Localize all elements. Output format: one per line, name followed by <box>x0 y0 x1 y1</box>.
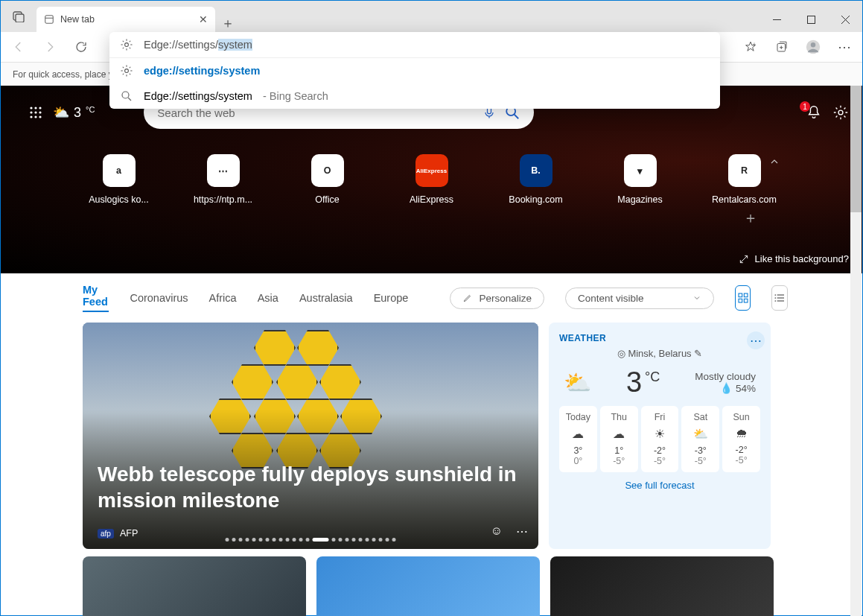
window-controls <box>759 7 862 32</box>
personalize-label: Personalize <box>479 293 532 304</box>
notifications-button[interactable]: 1 <box>806 104 822 121</box>
settings-icon[interactable] <box>832 104 849 121</box>
tile-icon: R <box>728 154 761 187</box>
quick-links: aAuslogics ko...⋯https://ntp.m...OOffice… <box>1 154 862 205</box>
story-thumb[interactable] <box>550 556 774 616</box>
grid-view-button[interactable] <box>735 285 751 311</box>
forecast-day[interactable]: Thu☁1°-5° <box>600 406 638 472</box>
svg-point-14 <box>125 43 129 47</box>
personalize-button[interactable]: Personalize <box>450 288 544 309</box>
svg-point-19 <box>34 107 36 109</box>
app-launcher-icon[interactable] <box>29 106 42 119</box>
day-icon: ☁ <box>602 427 637 441</box>
minimize-button[interactable] <box>759 7 794 32</box>
favorites-button[interactable]: + <box>736 34 765 60</box>
quick-link-tile[interactable]: aAuslogics ko... <box>87 154 151 205</box>
content-visible-label: Content visible <box>578 293 644 304</box>
feed-tab[interactable]: Europe <box>374 292 409 304</box>
quick-link-tile[interactable]: ▾Magazines <box>608 154 672 205</box>
svg-point-39 <box>775 297 777 299</box>
quick-link-tile[interactable]: AliExpressAliExpress <box>400 154 464 205</box>
like-background[interactable]: Like this background? <box>739 253 849 264</box>
forecast-day[interactable]: Fri☀-2°-5° <box>641 406 679 472</box>
tile-icon: ▾ <box>624 154 657 187</box>
suggestion-source: - Bing Search <box>263 90 328 102</box>
expand-chevron[interactable] <box>768 156 780 168</box>
feed-tab[interactable]: Coronavirus <box>130 292 188 304</box>
add-tile-button[interactable]: ＋ <box>743 208 758 228</box>
pencil-icon[interactable]: ✎ <box>694 348 702 359</box>
forecast-day[interactable]: Today☁3°0° <box>559 406 597 472</box>
day-hi: -2° <box>724 445 759 455</box>
forward-button[interactable] <box>35 34 65 60</box>
weather-card[interactable]: ⋯ WEATHER ◎ Minsk, Belarus ✎ ⛅ 3°C Mostl… <box>549 323 771 549</box>
svg-line-17 <box>128 98 131 101</box>
svg-point-30 <box>838 110 843 115</box>
svg-point-18 <box>30 107 32 109</box>
content-visibility-dropdown[interactable]: Content visible <box>565 288 714 309</box>
svg-point-40 <box>775 300 777 302</box>
tile-icon: ⋯ <box>207 154 240 187</box>
target-icon: ◎ <box>617 348 625 359</box>
maximize-button[interactable] <box>794 7 828 32</box>
quick-link-tile[interactable]: B.Booking.com <box>504 154 568 205</box>
pencil-icon <box>462 293 473 303</box>
weather-unit: °C <box>86 105 95 114</box>
forecast-days: Today☁3°0°Thu☁1°-5°Fri☀-2°-5°Sat⛅-3°-5°S… <box>559 406 760 472</box>
quick-link-tile[interactable]: ⋯https://ntp.m... <box>191 154 255 205</box>
gear-icon <box>120 64 133 77</box>
suggestion-bing-search[interactable]: Edge://settings/system - Bing Search <box>109 83 720 109</box>
feed-tab[interactable]: My Feed <box>83 284 109 312</box>
list-view-button[interactable] <box>771 285 788 311</box>
day-name: Today <box>561 412 596 422</box>
tab-close-button[interactable]: ✕ <box>199 13 208 25</box>
quick-link-tile[interactable]: RRentalcars.com <box>713 154 777 205</box>
day-lo: -5° <box>724 455 759 466</box>
weather-more-button[interactable]: ⋯ <box>747 331 765 349</box>
address-input[interactable]: Edge://settings/system <box>144 39 710 51</box>
svg-rect-1 <box>16 14 24 22</box>
headline-story[interactable]: Webb telescope fully deploys sunshield i… <box>83 323 538 549</box>
story-source: afp AFP <box>98 528 138 539</box>
profile-button[interactable] <box>798 34 828 60</box>
weather-location[interactable]: ◎ Minsk, Belarus ✎ <box>559 348 760 359</box>
reaction-button[interactable]: ☺ <box>491 524 503 539</box>
story-thumb[interactable] <box>316 556 540 616</box>
day-hi: -3° <box>683 445 718 456</box>
tile-icon: a <box>103 154 136 187</box>
full-forecast-link[interactable]: See full forecast <box>559 480 760 491</box>
collections-button[interactable] <box>767 34 797 60</box>
refresh-button[interactable] <box>66 34 96 60</box>
suggestion-settings-url[interactable]: edge://settings/system <box>109 58 720 83</box>
quick-link-tile[interactable]: OOffice <box>296 154 360 205</box>
feed-tab[interactable]: Africa <box>209 292 237 304</box>
content-row: Webb telescope fully deploys sunshield i… <box>1 317 862 549</box>
browser-tab[interactable]: New tab ✕ <box>36 7 215 32</box>
scrollbar-thumb[interactable] <box>850 86 862 212</box>
weather-badge[interactable]: ⛅ 3 °C <box>53 104 95 121</box>
story-thumb[interactable] <box>83 556 306 616</box>
address-suggestions: Edge://settings/system edge://settings/s… <box>109 32 720 109</box>
story-more-button[interactable]: ⋯ <box>516 524 528 539</box>
tab-actions-button[interactable] <box>1 1 36 32</box>
back-button[interactable] <box>4 34 34 60</box>
more-button[interactable]: ⋯ <box>829 34 859 60</box>
new-tab-button[interactable]: ＋ <box>215 14 241 32</box>
scrollbar[interactable] <box>850 86 862 616</box>
day-icon: ☁ <box>561 427 596 441</box>
svg-point-20 <box>39 107 41 109</box>
day-name: Sat <box>683 412 718 422</box>
carousel-dots[interactable] <box>226 538 396 542</box>
feed-tab[interactable]: Australasia <box>299 292 353 304</box>
forecast-day[interactable]: Sat⛅-3°-5° <box>681 406 719 472</box>
svg-point-15 <box>125 69 129 73</box>
weather-title: WEATHER <box>559 333 760 343</box>
svg-rect-31 <box>739 293 742 297</box>
close-window-button[interactable] <box>828 7 862 32</box>
tile-label: Office <box>315 194 339 205</box>
address-input-row[interactable]: Edge://settings/system <box>109 32 720 58</box>
chevron-down-icon <box>692 293 701 302</box>
feed-tab[interactable]: Asia <box>258 292 278 304</box>
tile-label: AliExpress <box>410 194 453 205</box>
forecast-day[interactable]: Sun🌧-2°-5° <box>722 406 760 472</box>
